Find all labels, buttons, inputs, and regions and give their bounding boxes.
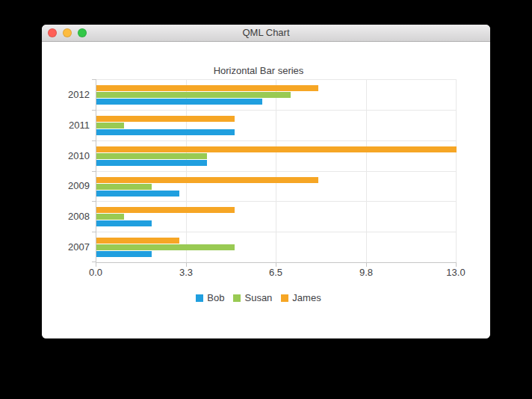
bar-bob-2007 bbox=[96, 251, 152, 257]
y-axis-tick bbox=[92, 79, 96, 80]
y-axis-tick bbox=[92, 140, 96, 141]
bar-james-2012 bbox=[96, 85, 318, 91]
y-axis-label: 2007 bbox=[42, 241, 90, 253]
y-axis-tick bbox=[92, 232, 96, 232]
bar-susan-2011 bbox=[96, 123, 124, 129]
x-axis-label: 13.0 bbox=[446, 267, 465, 278]
bar-susan-2008 bbox=[96, 214, 124, 220]
bar-james-2008 bbox=[96, 207, 235, 213]
minimize-button[interactable] bbox=[63, 28, 72, 37]
x-axis-label: 6.5 bbox=[269, 267, 282, 278]
bar-bob-2012 bbox=[96, 99, 262, 105]
y-axis-tick bbox=[92, 171, 96, 172]
zoom-button[interactable] bbox=[78, 28, 87, 37]
grid-line-h bbox=[96, 201, 457, 202]
chart-view: Horizontal Bar series 0.03.36.59.813.020… bbox=[42, 42, 475, 338]
legend-marker-bob bbox=[196, 294, 203, 302]
x-axis-label: 3.3 bbox=[179, 267, 193, 278]
legend-marker-james bbox=[281, 294, 288, 302]
legend-item-james: James bbox=[281, 293, 321, 303]
legend-item-susan: Susan bbox=[233, 293, 272, 303]
close-button[interactable] bbox=[48, 28, 57, 37]
plot-area bbox=[96, 79, 457, 263]
legend: BobSusanJames bbox=[42, 293, 475, 303]
y-axis-label: 2010 bbox=[42, 150, 90, 161]
chart-title: Horizontal Bar series bbox=[42, 65, 475, 76]
legend-label: Susan bbox=[244, 293, 272, 303]
qml-chart-window: QML Chart Horizontal Bar series 0.03.36.… bbox=[42, 25, 490, 338]
legend-item-bob: Bob bbox=[196, 293, 224, 303]
bar-susan-2007 bbox=[96, 244, 235, 250]
bar-james-2007 bbox=[96, 238, 179, 244]
bar-bob-2011 bbox=[96, 129, 235, 135]
y-axis-tick bbox=[92, 262, 96, 262]
window-title: QML Chart bbox=[42, 25, 490, 41]
grid-line-h bbox=[96, 140, 457, 141]
y-axis-tick bbox=[92, 110, 96, 111]
traffic-lights bbox=[48, 28, 87, 37]
grid-line-h bbox=[96, 79, 457, 80]
bar-bob-2008 bbox=[96, 220, 152, 226]
window-titlebar[interactable]: QML Chart bbox=[42, 25, 490, 42]
y-axis-label: 2012 bbox=[42, 89, 90, 100]
y-axis-label: 2011 bbox=[42, 120, 90, 131]
grid-line-h bbox=[96, 110, 457, 111]
y-axis-tick bbox=[92, 201, 96, 202]
bar-susan-2009 bbox=[96, 184, 152, 190]
y-axis-label: 2009 bbox=[42, 180, 90, 191]
legend-marker-susan bbox=[233, 294, 241, 302]
bar-bob-2010 bbox=[96, 160, 207, 166]
window-content: Horizontal Bar series 0.03.36.59.813.020… bbox=[42, 42, 490, 338]
bar-susan-2012 bbox=[96, 92, 291, 98]
y-axis-label: 2008 bbox=[42, 211, 90, 222]
bar-james-2010 bbox=[96, 146, 457, 152]
bar-james-2011 bbox=[96, 116, 235, 122]
bar-bob-2009 bbox=[96, 191, 179, 197]
legend-label: Bob bbox=[207, 293, 224, 303]
x-axis-label: 9.8 bbox=[359, 267, 373, 278]
bar-susan-2010 bbox=[96, 153, 207, 159]
x-axis-label: 0.0 bbox=[89, 267, 102, 278]
grid-line-h bbox=[96, 232, 457, 232]
bar-james-2009 bbox=[96, 177, 318, 183]
legend-label: James bbox=[292, 293, 321, 303]
grid-line-h bbox=[96, 171, 457, 172]
